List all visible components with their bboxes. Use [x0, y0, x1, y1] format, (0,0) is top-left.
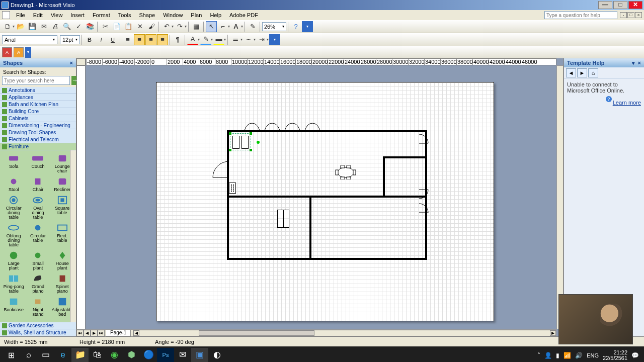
fill-color-button[interactable]: ▬	[213, 34, 224, 45]
format-painter-icon[interactable]: 🖌	[146, 21, 157, 32]
convert-pdf-icon[interactable]: A	[2, 47, 12, 57]
line-weight-button[interactable]: ═	[230, 34, 241, 45]
tab-first-button[interactable]: ⏮	[76, 330, 84, 336]
format-toolbar-options-icon[interactable]: ▾	[269, 34, 280, 45]
bold-button[interactable]: B	[84, 34, 95, 45]
align-right-button[interactable]: ≡	[145, 34, 156, 45]
line-pattern-button[interactable]: ┄	[243, 34, 254, 45]
drawing-viewport[interactable]	[86, 65, 556, 329]
floor-plan[interactable]	[227, 130, 427, 260]
align-justify-button[interactable]: ≡	[157, 34, 168, 45]
tray-people-icon[interactable]: 👤	[544, 352, 552, 359]
window-shape[interactable]	[277, 210, 289, 228]
tray-wifi-icon[interactable]: 📶	[564, 352, 571, 359]
stencil-garden-accessories[interactable]: Garden Accessories	[0, 322, 76, 329]
help-forward-icon[interactable]: ►	[577, 68, 587, 77]
underline-button[interactable]: U	[107, 34, 118, 45]
spell-icon[interactable]: ✓	[73, 21, 84, 32]
pointer-tool-icon[interactable]: ↖	[206, 21, 217, 32]
delete-icon[interactable]: ✕	[134, 21, 145, 32]
task-view-icon[interactable]: ▭	[37, 348, 54, 363]
explorer-icon[interactable]: 📁	[71, 348, 89, 363]
tray-language[interactable]: ENG	[587, 352, 599, 358]
doc-close-button[interactable]: ×	[635, 12, 642, 18]
print-icon[interactable]: 🖨	[50, 21, 61, 32]
shape-small-plant[interactable]: Small plant	[26, 249, 49, 272]
menu-insert[interactable]: Insert	[66, 11, 89, 19]
stencil-appliances[interactable]: Appliances	[0, 94, 76, 101]
shape-bookcase[interactable]: Bookcase	[2, 296, 25, 318]
pdf-toolbar-options-icon[interactable]: ▾	[25, 47, 31, 58]
font-size-combo[interactable]: 12pt▾	[60, 35, 80, 44]
stencil-walls-shell-and-structure[interactable]: Walls, Shell and Structure	[0, 329, 76, 336]
rotation-handle[interactable]	[257, 141, 260, 144]
stencil-dimensioning-engineering[interactable]: Dimensioning - Engineering	[0, 122, 76, 129]
redo-icon[interactable]: ↷	[174, 21, 185, 32]
save-icon[interactable]: 💾	[27, 21, 38, 32]
minimize-button[interactable]: —	[598, 1, 612, 9]
help-home-icon[interactable]: ⌂	[588, 68, 598, 77]
shape-couch[interactable]: Couch	[26, 152, 49, 174]
shape-circular-table[interactable]: Circular table	[26, 222, 49, 248]
stencil-annotations[interactable]: Annotations	[0, 87, 76, 94]
tray-clock[interactable]: 21:22 22/5/2561	[603, 350, 627, 361]
text-direction-button[interactable]: ¶	[172, 34, 183, 45]
edge-icon[interactable]: e	[54, 348, 71, 363]
shape-chair[interactable]: Chair	[26, 175, 49, 193]
stencil-furniture[interactable]: Furniture	[0, 143, 76, 150]
shape-oblong-dining-table[interactable]: Oblong dining table	[2, 222, 25, 248]
tab-last-button[interactable]: ⏭	[98, 330, 105, 336]
stencil-cabinets[interactable]: Cabinets	[0, 115, 76, 122]
help-learn-more-link[interactable]: Learn more	[613, 100, 641, 106]
search-icon[interactable]: ⌕	[20, 348, 37, 363]
shape-night-stand[interactable]: Night stand	[26, 296, 49, 318]
toolbar-options-icon[interactable]: ▾	[302, 21, 313, 32]
tray-chevron-icon[interactable]: ˄	[537, 352, 540, 359]
font-name-combo[interactable]: Arial▾	[2, 35, 57, 44]
copy-icon[interactable]: 📄	[111, 21, 122, 32]
search-shapes-input[interactable]	[2, 76, 70, 85]
shapes-grid-scrollbar[interactable]	[70, 150, 76, 322]
start-button[interactable]: ⊞	[2, 348, 20, 363]
horizontal-scrollbar[interactable]: ◀ ▶	[133, 330, 556, 336]
help-panel-dropdown-icon[interactable]: ▾	[632, 60, 635, 66]
vertical-scrollbar[interactable]	[556, 65, 564, 329]
menu-plan[interactable]: Plan	[187, 11, 206, 19]
tab-prev-button[interactable]: ◀	[84, 330, 91, 336]
doc-restore-button[interactable]: □	[627, 12, 634, 18]
line-icon[interactable]: ◉	[106, 348, 123, 363]
mail-icon[interactable]: ✉	[174, 348, 191, 363]
maximize-button[interactable]: □	[613, 1, 627, 9]
italic-button[interactable]: I	[96, 34, 107, 45]
tab-next-button[interactable]: ▶	[91, 330, 98, 336]
help-icon[interactable]: ?	[290, 21, 301, 32]
shape-ping-pong-table[interactable]: Ping-pong table	[2, 273, 25, 295]
shape-sofa[interactable]: Sofa	[2, 152, 25, 174]
ink-tool-icon[interactable]: ✎	[247, 21, 258, 32]
shape-oval-dining-table[interactable]: Oval dining table	[26, 194, 49, 221]
connector-tool-icon[interactable]: ⌐	[217, 21, 228, 32]
help-search-input[interactable]	[544, 11, 617, 19]
print-preview-icon[interactable]: 🔍	[61, 21, 72, 32]
stencil-drawing-tool-shapes[interactable]: Drawing Tool Shapes	[0, 129, 76, 136]
menu-edit[interactable]: Edit	[29, 11, 47, 19]
stencil-building-core[interactable]: Building Core	[0, 108, 76, 115]
menu-view[interactable]: View	[47, 11, 67, 19]
shape-large-plant[interactable]: Large plant	[2, 249, 25, 272]
email-icon[interactable]: ✉	[38, 21, 49, 32]
menu-adobe-pdf[interactable]: Adobe PDF	[225, 11, 262, 19]
page-tab[interactable]: Page-1	[106, 330, 131, 336]
menu-shape[interactable]: Shape	[135, 11, 159, 19]
text-tool-icon[interactable]: A	[230, 21, 242, 32]
selected-shape[interactable]	[230, 133, 251, 150]
drawing-page[interactable]	[156, 82, 494, 321]
stove-shape[interactable]	[229, 183, 236, 194]
shapes-panel-close-icon[interactable]: ×	[70, 60, 73, 66]
shape-grand-piano[interactable]: Grand piano	[26, 273, 49, 295]
cut-icon[interactable]: ✂	[100, 21, 111, 32]
notifications-icon[interactable]: 💬	[631, 352, 639, 359]
align-left-button[interactable]: ≡	[122, 34, 133, 45]
help-back-icon[interactable]: ◄	[566, 68, 576, 77]
stencil-bath-and-kitchen-plan[interactable]: Bath and Kitchen Plan	[0, 101, 76, 108]
dining-table-shape[interactable]	[335, 165, 357, 179]
